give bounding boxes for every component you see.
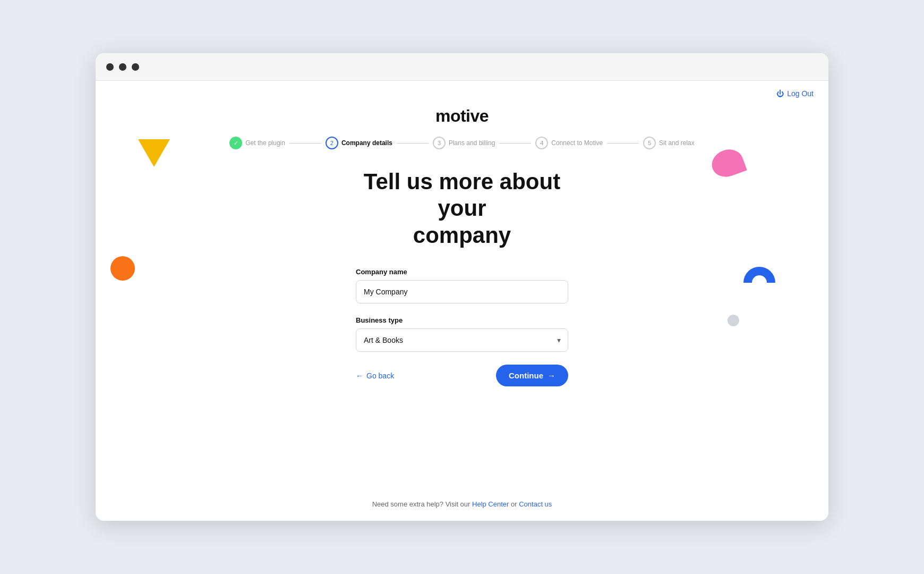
business-type-label: Business type	[356, 316, 568, 324]
logout-label: Log Out	[787, 89, 814, 98]
arrow-left-icon: ←	[356, 372, 363, 380]
arrow-right-icon: →	[547, 371, 555, 380]
deco-blue-arc	[743, 267, 775, 299]
step-item-4: 4 Connect to Motive	[535, 137, 603, 149]
page-header: ⏻ Log Out	[96, 81, 828, 106]
step-circle-5: 5	[643, 137, 656, 149]
traffic-light-3	[132, 63, 139, 71]
actions-row: ← Go back Continue →	[356, 365, 568, 386]
step-label-2: Company details	[341, 139, 392, 147]
footer-or-text: or	[511, 500, 519, 508]
company-name-input[interactable]	[356, 280, 568, 303]
step-item-1: ✓ Get the plugin	[229, 137, 285, 149]
footer-help-text: Need some extra help? Visit our	[372, 500, 470, 508]
step-item-5: 5 Sit and relax	[643, 137, 695, 149]
go-back-label: Go back	[366, 372, 394, 380]
step-connector-4	[607, 143, 639, 144]
business-type-select-wrapper: Art & Books Technology Retail Healthcare…	[356, 328, 568, 352]
main-content: ⏻ Log Out motive ✓ Get the plugin 2 Comp…	[96, 81, 828, 521]
continue-button[interactable]: Continue →	[496, 365, 568, 386]
step-item-2: 2 Company details	[326, 137, 392, 149]
form-container: Tell us more about your company Company …	[345, 168, 579, 386]
logo-area: motive	[96, 106, 828, 126]
step-circle-1: ✓	[229, 137, 242, 149]
deco-pink-shape	[708, 145, 747, 181]
traffic-light-2	[119, 63, 126, 71]
deco-triangle	[138, 139, 170, 167]
company-name-field-group: Company name	[356, 268, 568, 303]
step-item-3: 3 Plans and billing	[433, 137, 495, 149]
stepper: ✓ Get the plugin 2 Company details 3 Pla…	[96, 137, 828, 149]
step-label-3: Plans and billing	[449, 139, 495, 147]
contact-us-link[interactable]: Contact us	[519, 500, 552, 508]
step-label-4: Connect to Motive	[551, 139, 603, 147]
page-title: Tell us more about your company	[356, 168, 568, 249]
step-circle-4: 4	[535, 137, 548, 149]
help-center-link[interactable]: Help Center	[472, 500, 511, 508]
go-back-button[interactable]: ← Go back	[356, 372, 394, 380]
traffic-light-1	[106, 63, 114, 71]
step-circle-3: 3	[433, 137, 446, 149]
business-type-field-group: Business type Art & Books Technology Ret…	[356, 316, 568, 352]
continue-label: Continue	[509, 371, 543, 380]
step-label-1: Get the plugin	[245, 139, 285, 147]
deco-gray-circle	[728, 315, 739, 326]
title-bar	[96, 53, 828, 81]
step-label-5: Sit and relax	[659, 139, 695, 147]
logout-button[interactable]: ⏻ Log Out	[776, 89, 814, 98]
browser-window: ⏻ Log Out motive ✓ Get the plugin 2 Comp…	[96, 53, 828, 521]
logo-text: motive	[435, 106, 489, 125]
traffic-lights	[106, 63, 139, 71]
step-circle-2: 2	[326, 137, 338, 149]
power-icon: ⏻	[776, 89, 784, 98]
step-connector-1	[289, 143, 321, 144]
business-type-select[interactable]: Art & Books Technology Retail Healthcare…	[356, 328, 568, 352]
deco-orange-circle	[110, 256, 135, 281]
page-footer: Need some extra help? Visit our Help Cen…	[96, 487, 828, 521]
company-name-label: Company name	[356, 268, 568, 276]
step-connector-3	[499, 143, 531, 144]
step-connector-2	[397, 143, 429, 144]
